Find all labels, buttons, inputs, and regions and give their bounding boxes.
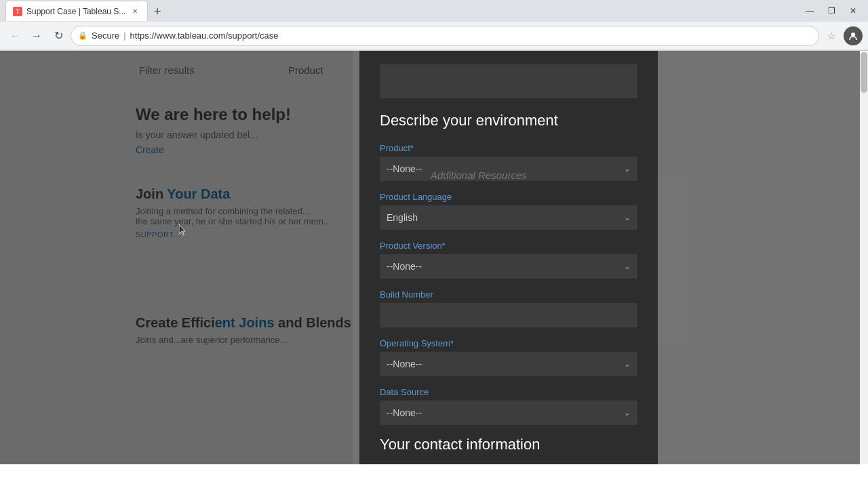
product-language-label: Product Language xyxy=(380,192,637,202)
product-chevron-icon: ⌄ xyxy=(624,164,631,174)
data-source-value: --None-- xyxy=(387,407,422,418)
product-label: Product* xyxy=(380,143,637,153)
data-source-chevron-icon: ⌄ xyxy=(624,408,631,418)
product-version-field-group: Product Version* --None-- ⌄ xyxy=(380,241,637,279)
product-field-group: Product* --None-- ⌄ xyxy=(380,143,637,181)
operating-system-chevron-icon: ⌄ xyxy=(624,359,631,369)
product-language-value: English xyxy=(387,212,418,223)
contact-info-title: Your contact information xyxy=(380,436,637,453)
new-tab-button[interactable]: + xyxy=(148,2,167,21)
secure-label: Secure xyxy=(92,30,119,41)
describe-environment-title: Describe your environment xyxy=(380,112,637,129)
operating-system-value: --None-- xyxy=(387,359,422,369)
nav-bar: ← → ↻ 🔒 Secure | https://www.tableau.com… xyxy=(0,22,868,50)
url-display: https://www.tableau.com/support/case xyxy=(130,30,279,41)
close-button[interactable]: ✕ xyxy=(844,1,863,20)
build-number-field-group: Build Number xyxy=(380,289,637,327)
build-number-label: Build Number xyxy=(380,289,637,300)
page-content: Time to join tableau... Filter results P… xyxy=(0,51,868,464)
product-language-chevron-icon: ⌄ xyxy=(624,213,631,222)
minimize-button[interactable]: — xyxy=(800,1,819,20)
top-textarea-area xyxy=(380,64,637,98)
operating-system-label: Operating System* xyxy=(380,338,637,348)
operating-system-select[interactable]: --None-- ⌄ xyxy=(380,352,637,376)
data-source-field-group: Data Source --None-- ⌄ xyxy=(380,387,637,425)
restore-button[interactable]: ❐ xyxy=(822,1,841,20)
modal-panel: Describe your environment Product* --Non… xyxy=(359,51,658,464)
secure-icon: 🔒 xyxy=(78,31,87,40)
tab-title: Support Case | Tableau S... xyxy=(26,7,125,16)
tab-container: T Support Case | Tableau S... ✕ + xyxy=(5,1,795,21)
data-source-label: Data Source xyxy=(380,387,637,397)
product-version-value: --None-- xyxy=(387,261,422,272)
product-version-chevron-icon: ⌄ xyxy=(624,262,631,271)
product-version-label: Product Version* xyxy=(380,241,637,251)
browser-chrome: T Support Case | Tableau S... ✕ + — ❐ ✕ … xyxy=(0,0,868,51)
title-bar: T Support Case | Tableau S... ✕ + — ❐ ✕ xyxy=(0,0,868,22)
active-tab[interactable]: T Support Case | Tableau S... ✕ xyxy=(5,1,148,21)
scrollbar-thumb[interactable] xyxy=(861,52,867,93)
bookmark-button[interactable]: ☆ xyxy=(822,26,841,45)
product-language-field-group: Product Language English ⌄ xyxy=(380,192,637,230)
build-number-input[interactable] xyxy=(380,303,637,327)
data-source-select[interactable]: --None-- ⌄ xyxy=(380,401,637,425)
product-select[interactable]: --None-- ⌄ xyxy=(380,157,637,181)
reload-button[interactable]: ↻ xyxy=(49,26,68,45)
product-language-select[interactable]: English ⌄ xyxy=(380,205,637,230)
profile-button[interactable] xyxy=(844,26,863,45)
product-select-value: --None-- xyxy=(387,163,422,174)
product-version-select[interactable]: --None-- ⌄ xyxy=(380,254,637,279)
tab-favicon: T xyxy=(13,7,22,16)
forward-button[interactable]: → xyxy=(27,26,46,45)
scrollbar[interactable] xyxy=(860,51,868,464)
back-button[interactable]: ← xyxy=(5,26,24,45)
address-bar[interactable]: 🔒 Secure | https://www.tableau.com/suppo… xyxy=(71,26,819,46)
tab-close-button[interactable]: ✕ xyxy=(130,6,140,17)
svg-point-0 xyxy=(851,33,855,37)
window-controls: — ❐ ✕ xyxy=(800,1,863,20)
url-separator: | xyxy=(123,30,125,41)
operating-system-field-group: Operating System* --None-- ⌄ xyxy=(380,338,637,376)
